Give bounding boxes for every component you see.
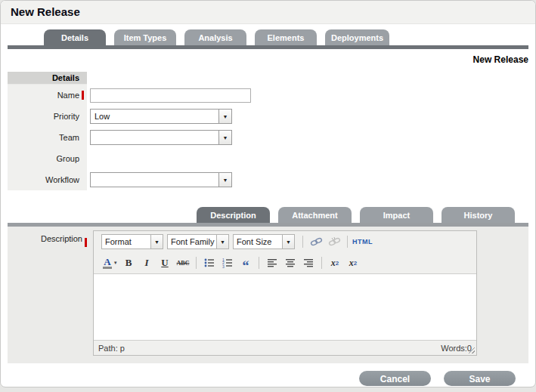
font-color-button[interactable]: A ▼ xyxy=(102,255,119,271)
toolbar-separator xyxy=(321,257,322,269)
form-row-team: Team ▼ xyxy=(8,127,528,148)
tab-item-types[interactable]: Item Types xyxy=(114,29,176,45)
rich-text-editor: Format ▼ Font Family ▼ Font Size ▼ xyxy=(93,230,477,356)
team-select[interactable]: ▼ xyxy=(90,130,232,145)
chevron-down-icon[interactable]: ▼ xyxy=(216,235,228,248)
form-row-name: Name xyxy=(8,85,528,106)
description-label: Description xyxy=(41,234,82,243)
remove-link-button[interactable] xyxy=(326,233,342,250)
priority-select[interactable]: Low ▼ xyxy=(90,109,232,124)
tab-attachment[interactable]: Attachment xyxy=(278,207,352,223)
editor-content[interactable] xyxy=(94,273,476,341)
font-size-dropdown[interactable]: Font Size ▼ xyxy=(233,234,295,249)
chevron-down-icon[interactable]: ▼ xyxy=(150,235,163,248)
form-row-priority: Priority Low ▼ xyxy=(8,106,528,127)
form-row-group: Group xyxy=(8,148,528,169)
workflow-label: Workflow xyxy=(45,175,79,184)
description-label-cell: Description xyxy=(8,230,90,356)
numbered-list-icon: 1 2 3 xyxy=(222,257,234,269)
required-marker xyxy=(85,238,87,247)
description-section: Description Format ▼ Font Family ▼ Font … xyxy=(8,227,528,363)
cancel-button[interactable]: Cancel xyxy=(359,371,431,386)
align-center-button[interactable] xyxy=(282,255,299,271)
tab-deployments[interactable]: Deployments xyxy=(325,29,389,45)
align-left-button[interactable] xyxy=(264,255,280,271)
group-label: Group xyxy=(56,154,79,163)
workflow-select[interactable]: ▼ xyxy=(90,172,232,187)
name-label-cell: Name xyxy=(8,85,87,106)
insert-link-button[interactable] xyxy=(308,233,324,250)
tab-description[interactable]: Description xyxy=(197,207,270,223)
html-source-button[interactable]: HTML xyxy=(352,233,373,250)
toolbar-separator xyxy=(259,257,259,269)
tab-details[interactable]: Details xyxy=(44,29,106,45)
unlink-icon xyxy=(328,236,341,247)
italic-button[interactable]: I xyxy=(138,255,155,271)
tab-impact[interactable]: Impact xyxy=(360,207,433,223)
team-label-cell: Team xyxy=(8,127,87,148)
svg-text:3: 3 xyxy=(222,264,225,269)
chevron-down-icon[interactable]: ▼ xyxy=(218,173,231,187)
name-field[interactable] xyxy=(90,88,251,103)
toolbar-separator xyxy=(302,236,303,248)
toolbar-separator xyxy=(347,236,348,248)
bold-button[interactable]: B xyxy=(120,255,137,271)
group-label-cell: Group xyxy=(8,148,87,169)
form-row-workflow: Workflow ▼ xyxy=(8,169,528,190)
tab-analysis[interactable]: Analysis xyxy=(184,29,246,45)
align-right-icon xyxy=(302,257,314,269)
workflow-select-value xyxy=(91,173,218,187)
content-area: Details Item Types Analysis Elements Dep… xyxy=(1,29,535,227)
footer-actions: Cancel Save xyxy=(8,363,528,386)
priority-select-value: Low xyxy=(91,110,218,123)
blockquote-button[interactable]: “ xyxy=(237,255,254,271)
team-label: Team xyxy=(59,133,79,142)
font-family-dropdown[interactable]: Font Family ▼ xyxy=(167,234,229,249)
editor-word-count: Words:0 xyxy=(441,344,472,353)
priority-label-cell: Priority xyxy=(8,106,87,127)
editor-toolbar-row2: A ▼ B I U ABC xyxy=(94,252,476,273)
team-select-value xyxy=(91,131,218,144)
subscript-button[interactable]: x2 xyxy=(327,255,343,271)
chevron-down-icon[interactable]: ▼ xyxy=(218,110,231,123)
editor-toolbar-row1: Format ▼ Font Family ▼ Font Size ▼ xyxy=(94,231,476,252)
priority-label: Priority xyxy=(54,112,79,121)
superscript-button[interactable]: x2 xyxy=(345,255,361,271)
context-title: New Release xyxy=(8,54,528,66)
align-left-icon xyxy=(266,257,278,269)
bullet-list-button[interactable] xyxy=(201,255,218,271)
details-form: Details Name Priority Low ▼ xyxy=(8,72,528,190)
editor-status-bar: Path: p Words:0 xyxy=(94,341,476,355)
tab-underline-bar xyxy=(8,45,528,49)
align-right-button[interactable] xyxy=(300,255,317,271)
link-icon xyxy=(310,236,323,247)
tab-history[interactable]: History xyxy=(442,207,515,223)
required-marker xyxy=(82,91,84,100)
tab-elements[interactable]: Elements xyxy=(255,29,317,45)
chevron-down-icon: ▼ xyxy=(113,261,118,265)
editor-path: Path: p xyxy=(98,344,125,353)
save-button[interactable]: Save xyxy=(444,371,516,386)
format-dropdown[interactable]: Format ▼ xyxy=(101,234,163,249)
editor-tab-bar: Description Attachment Impact History xyxy=(8,207,528,223)
underline-button[interactable]: U xyxy=(156,255,173,271)
numbered-list-button[interactable]: 1 2 3 xyxy=(219,255,236,271)
chevron-down-icon[interactable]: ▼ xyxy=(282,235,294,248)
details-form-header: Details xyxy=(8,72,87,85)
main-tab-bar: Details Item Types Analysis Elements Dep… xyxy=(8,29,528,45)
chevron-down-icon[interactable]: ▼ xyxy=(218,131,231,144)
align-center-icon xyxy=(284,257,296,269)
bullet-list-icon xyxy=(203,257,215,269)
strikethrough-button[interactable]: ABC xyxy=(175,255,191,271)
name-label: Name xyxy=(57,91,79,100)
toolbar-separator xyxy=(196,257,197,269)
workflow-label-cell: Workflow xyxy=(8,169,87,190)
new-release-window: New Release Details Item Types Analysis … xyxy=(0,0,536,387)
page-title: New Release xyxy=(1,1,535,24)
